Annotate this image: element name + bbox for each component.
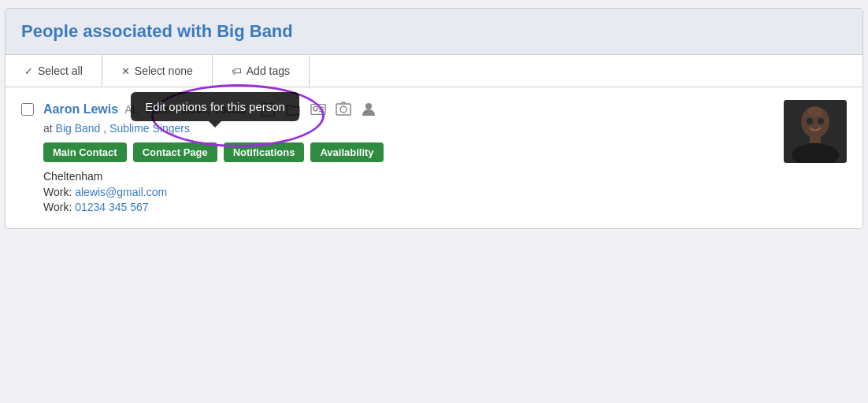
svg-point-11 [365, 103, 372, 109]
person-row: Aaron Lewis AL Violin / Violin, Vocals E… [21, 100, 847, 216]
page-header: People associated with Big Band [6, 9, 862, 55]
person-icon[interactable] [359, 100, 378, 119]
checkmark-icon: ✓ [24, 65, 33, 77]
person-name-line: Aaron Lewis AL Violin / Violin, Vocals E… [43, 100, 774, 119]
toolbar: ✓ Select all ✕ Select none 🏷 Add tags [6, 55, 862, 87]
tooltip-container: Edit options for this person [131, 92, 299, 121]
person-bands: at Big Band , Sublime Singers [43, 122, 774, 135]
page-title-link[interactable]: Big Band [217, 21, 293, 41]
person-name[interactable]: Aaron Lewis [43, 102, 118, 116]
person-work-phone-line: Work: 01234 345 567 [43, 201, 774, 213]
svg-rect-9 [336, 104, 351, 115]
tag-notifications[interactable]: Notifications [224, 142, 305, 162]
id-card-icon[interactable] [309, 100, 328, 119]
tag-contact-page[interactable]: Contact Page [133, 142, 217, 162]
tag-main-contact[interactable]: Main Contact [43, 142, 127, 162]
tooltip-text: Edit options for this person [145, 100, 285, 113]
person-phone-link[interactable]: 01234 345 567 [75, 201, 148, 213]
svg-point-18 [807, 107, 823, 116]
band-link-sublimesingers[interactable]: Sublime Singers [109, 122, 190, 135]
avatar [784, 100, 847, 163]
avatar-cell [784, 100, 847, 163]
band-link-bigband[interactable]: Big Band [56, 122, 104, 135]
svg-point-10 [340, 106, 347, 113]
tags-row: Main Contact Contact Page Notifications … [43, 142, 774, 162]
content-area: Aaron Lewis AL Violin / Violin, Vocals E… [6, 87, 862, 228]
add-tags-button[interactable]: 🏷 Add tags [213, 55, 310, 87]
select-none-button[interactable]: ✕ Select none [102, 55, 213, 87]
svg-point-17 [818, 118, 824, 124]
svg-point-5 [313, 106, 317, 110]
tag-availability[interactable]: Availability [310, 142, 383, 162]
svg-rect-14 [810, 135, 821, 143]
photo-icon[interactable] [334, 100, 353, 119]
person-icons-wrapper: Edit options for this person [252, 100, 378, 119]
page-title-static: People associated with [21, 21, 217, 41]
svg-point-16 [807, 118, 813, 124]
person-checkbox[interactable] [21, 103, 34, 116]
select-all-button[interactable]: ✓ Select all [6, 55, 102, 87]
tag-icon: 🏷 [232, 65, 242, 77]
person-checkbox-cell [21, 103, 34, 118]
person-info: Aaron Lewis AL Violin / Violin, Vocals E… [43, 100, 774, 216]
x-icon: ✕ [121, 65, 130, 77]
page-title: People associated with Big Band [21, 21, 847, 42]
person-email-link[interactable]: alewis@gmail.com [75, 186, 167, 198]
main-container: People associated with Big Band ✓ Select… [5, 8, 863, 229]
person-location: Cheltenham [43, 170, 774, 183]
person-work-email-line: Work: alewis@gmail.com [43, 186, 774, 198]
tooltip-box: Edit options for this person [131, 92, 299, 121]
